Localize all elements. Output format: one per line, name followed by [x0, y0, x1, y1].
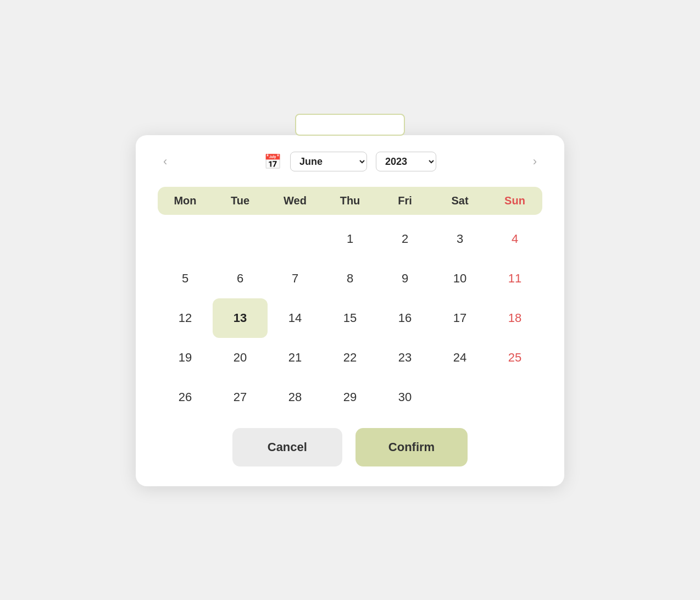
empty-cell	[268, 219, 323, 259]
days-grid: 1234567891011121314151617181920212223242…	[158, 219, 542, 417]
day-29[interactable]: 29	[323, 377, 377, 417]
day-19[interactable]: 19	[158, 338, 213, 377]
day-7[interactable]: 7	[268, 259, 323, 298]
calendar-icon: 📅	[264, 153, 281, 170]
empty-cell	[213, 219, 268, 259]
day-4[interactable]: 4	[487, 219, 542, 259]
cancel-button[interactable]: Cancel	[232, 428, 342, 466]
prev-month-button[interactable]: ‹	[158, 152, 173, 171]
next-month-button[interactable]: ›	[527, 152, 542, 171]
day-25[interactable]: 25	[487, 338, 542, 377]
day-headers: MonTueWedThuFriSatSun	[158, 187, 542, 215]
day-13[interactable]: 13	[213, 298, 268, 338]
calendar-footer: Cancel Confirm	[158, 428, 542, 466]
month-select[interactable]: JanuaryFebruaryMarchAprilMayJuneJulyAugu…	[290, 152, 367, 171]
day-18[interactable]: 18	[487, 298, 542, 338]
day-22[interactable]: 22	[323, 338, 377, 377]
day-2[interactable]: 2	[377, 219, 432, 259]
day-header-tue: Tue	[213, 195, 268, 207]
day-23[interactable]: 23	[377, 338, 432, 377]
day-28[interactable]: 28	[268, 377, 323, 417]
day-6[interactable]: 6	[213, 259, 268, 298]
calendar-header: ‹ 📅 JanuaryFebruaryMarchAprilMayJuneJuly…	[158, 152, 542, 171]
day-26[interactable]: 26	[158, 377, 213, 417]
day-30[interactable]: 30	[377, 377, 432, 417]
confirm-button[interactable]: Confirm	[355, 428, 468, 466]
day-21[interactable]: 21	[268, 338, 323, 377]
day-9[interactable]: 9	[377, 259, 432, 298]
day-header-sat: Sat	[432, 195, 487, 207]
day-8[interactable]: 8	[323, 259, 377, 298]
day-header-thu: Thu	[323, 195, 377, 207]
calendar-container: ‹ 📅 JanuaryFebruaryMarchAprilMayJuneJuly…	[136, 135, 564, 486]
day-10[interactable]: 10	[432, 259, 487, 298]
day-12[interactable]: 12	[158, 298, 213, 338]
day-1[interactable]: 1	[323, 219, 377, 259]
day-14[interactable]: 14	[268, 298, 323, 338]
empty-cell	[158, 219, 213, 259]
year-select[interactable]: 202020212022202320242025	[376, 152, 436, 171]
day-11[interactable]: 11	[487, 259, 542, 298]
day-24[interactable]: 24	[432, 338, 487, 377]
day-header-wed: Wed	[268, 195, 323, 207]
datepicker-wrapper: ‹ 📅 JanuaryFebruaryMarchAprilMayJuneJuly…	[136, 114, 564, 486]
day-16[interactable]: 16	[377, 298, 432, 338]
day-20[interactable]: 20	[213, 338, 268, 377]
day-header-fri: Fri	[377, 195, 432, 207]
day-header-sun: Sun	[487, 195, 542, 207]
day-header-mon: Mon	[158, 195, 213, 207]
calendar-grid: MonTueWedThuFriSatSun 123456789101112131…	[158, 187, 542, 417]
date-input-bar[interactable]	[295, 114, 405, 136]
day-15[interactable]: 15	[323, 298, 377, 338]
day-27[interactable]: 27	[213, 377, 268, 417]
day-5[interactable]: 5	[158, 259, 213, 298]
day-3[interactable]: 3	[432, 219, 487, 259]
header-center: 📅 JanuaryFebruaryMarchAprilMayJuneJulyAu…	[264, 152, 436, 171]
day-17[interactable]: 17	[432, 298, 487, 338]
